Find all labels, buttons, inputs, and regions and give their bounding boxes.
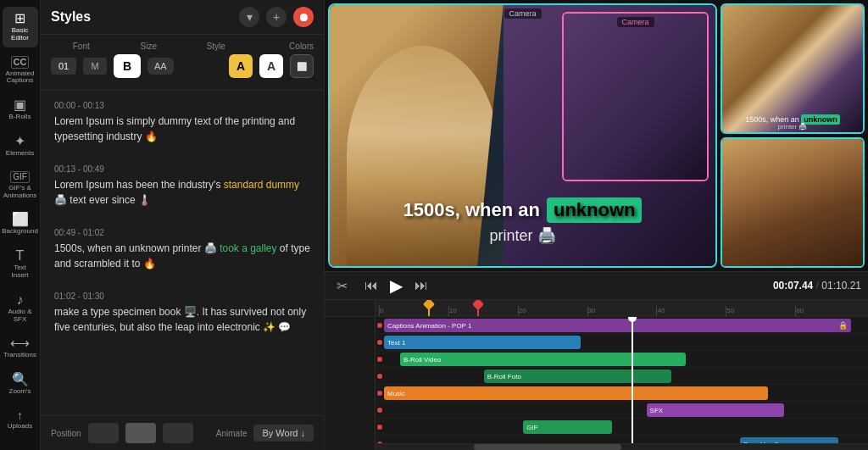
tracks-canvas: Captions Animation - POP 1 🔒 Text 1	[376, 317, 868, 443]
track-label-1: Text 1	[387, 339, 405, 347]
subtitle-area: 1500s, when an unknown printer 🖨️	[330, 197, 715, 245]
caption-highlight-1: standard dummy	[224, 179, 299, 191]
b-rolls-icon: ▣	[14, 98, 26, 112]
caption-time-3: 01:02 - 01:30	[54, 292, 310, 301]
bold-button[interactable]: B	[114, 54, 141, 78]
ruler-mark-20: 20	[518, 306, 587, 316]
sidebar-item-audio-sfx[interactable]: ♪ Audio & SFX	[3, 288, 38, 329]
subtitle-prefix: 1500s, when an	[403, 199, 540, 221]
track-record-dot-2	[377, 357, 382, 362]
video-area: Camera Camera 1500s, when an unknown pri…	[325, 0, 868, 271]
styles-add-btn[interactable]: +	[266, 7, 287, 27]
gifs-icon: GIF	[10, 171, 30, 183]
ruler-mark-30: 30	[587, 306, 657, 316]
main-content: Camera Camera 1500s, when an unknown pri…	[325, 0, 868, 450]
sidebar-item-gifs[interactable]: GIF GIF's & Animations	[3, 166, 38, 205]
color-white-btn[interactable]: A	[259, 54, 283, 78]
sidebar-item-zooms[interactable]: 🔍 Zoom's	[3, 368, 38, 401]
track-clip-2[interactable]: B-Roll Video	[400, 353, 686, 366]
subtitle-main: 1500s, when an unknown	[330, 197, 715, 223]
sidebar-item-text-insert-label: Text Insert	[6, 264, 35, 280]
track-label-2: B-Roll Video	[403, 356, 441, 364]
sidebar-item-b-rolls[interactable]: ▣ B-Rolls	[3, 93, 38, 126]
sidebar-item-uploads-label: Uploads	[8, 423, 32, 431]
timeline-play-btn[interactable]: ▶	[390, 275, 403, 296]
sidebar-item-basic-editor[interactable]: ⊞ Basic Editor	[3, 7, 38, 47]
track-clip-3[interactable]: B-Roll Foto	[484, 369, 671, 383]
track-row-0: Captions Animation - POP 1 🔒	[376, 317, 868, 334]
audio-sfx-icon: ♪	[17, 293, 24, 307]
time-current: 00:07.44	[773, 280, 813, 292]
pos-btn-mid[interactable]	[125, 423, 156, 443]
sidebar-item-transitions[interactable]: ⟷ Transitions	[3, 331, 38, 364]
pink-box-bg	[564, 14, 707, 180]
subtitle-highlight: unknown	[547, 197, 643, 223]
track-record-dot-5	[377, 408, 382, 413]
caption-text-3: make a type specimen book 🖥️. It has sur…	[54, 304, 310, 335]
track-clip-5[interactable]: SFX	[647, 403, 785, 417]
ruler-mark-0: 0	[379, 306, 448, 316]
styles-dropdown-btn[interactable]: ▾	[239, 7, 259, 27]
track-clip-7[interactable]: Socc Handle	[740, 437, 838, 443]
track-record-dot-7	[377, 442, 382, 444]
background-icon: ⬜	[12, 213, 29, 226]
timeline-ruler: 0 10 20 30 40 50 60	[376, 300, 868, 317]
sidebar-item-uploads[interactable]: ↑ Uploads	[3, 404, 38, 436]
track-clip-4[interactable]: Music	[384, 386, 768, 400]
left-sidebar: ⊞ Basic Editor CC Animated Captions ▣ B-…	[0, 0, 41, 450]
pos-btn-top[interactable]	[88, 423, 119, 443]
caption-highlight-2: took a galley	[220, 242, 276, 254]
timeline-cut-btn[interactable]: ✂	[331, 276, 353, 296]
caption-text-2-prefix: 1500s, when an unknown printer 🖨️	[54, 242, 220, 254]
side-caption-bottom: printer 🖨️	[726, 123, 860, 131]
track-label-6: GIF	[526, 424, 537, 431]
time-display: 00:07.44 / 01:10.21	[773, 280, 861, 292]
sidebar-item-zooms-label: Zoom's	[9, 388, 31, 396]
captions-list: 00:00 - 00:13 Lorem Ipsum is simply dumm…	[41, 91, 324, 415]
caption-text-1-mid: 🖨️ text ever since 🌡️	[54, 194, 151, 206]
styles-record-btn[interactable]: ⏺	[293, 7, 314, 27]
sidebar-item-elements-label: Elements	[6, 150, 34, 158]
sidebar-item-background[interactable]: ⬜ Background	[3, 208, 38, 241]
color-stroke-btn[interactable]: ⬜	[290, 54, 314, 78]
time-total: 01:10.21	[821, 280, 861, 292]
caption-block-0[interactable]: 00:00 - 00:13 Lorem Ipsum is simply dumm…	[51, 97, 314, 147]
caption-block-3[interactable]: 01:02 - 01:30 make a type specimen book …	[51, 288, 314, 338]
pink-camera-box: Camera	[562, 12, 709, 181]
sidebar-item-text-insert[interactable]: T Text Insert	[3, 244, 38, 285]
caption-block-2[interactable]: 00:49 - 01:02 1500s, when an unknown pri…	[51, 225, 314, 275]
position-label: Position	[51, 429, 81, 438]
aa-button[interactable]: AA	[147, 58, 174, 75]
track-label-0: Captions Animation - POP 1	[387, 322, 471, 330]
pos-btn-bot[interactable]	[163, 423, 193, 443]
caption-text-1: Lorem Ipsum has been the industry's stan…	[54, 177, 310, 208]
animated-captions-icon: CC	[11, 56, 30, 69]
style-controls: Font Size Style Colors B AA A A ⬜	[41, 35, 324, 91]
timeline-area: ✂ ⏮ ▶ ⏭ 00:07.44 / 01:10.21	[325, 271, 868, 450]
side-preview-bottom[interactable]	[721, 137, 865, 268]
side-preview-top[interactable]: 1500s, when an unknown printer 🖨️	[721, 3, 865, 134]
sidebar-item-animated-captions[interactable]: CC Animated Captions	[3, 51, 38, 91]
timeline-scrollbar-thumb[interactable]	[474, 444, 621, 450]
track-clip-0[interactable]: Captions Animation - POP 1 🔒	[384, 319, 851, 332]
timeline-scrollbar[interactable]	[376, 443, 868, 450]
track-record-dot-6	[377, 425, 382, 430]
color-yellow-icon: A	[236, 59, 245, 73]
timeline-rewind-btn[interactable]: ⏮	[359, 276, 383, 295]
track-clip-6[interactable]: GIF	[523, 420, 612, 434]
track-row-2: B-Roll Video	[376, 351, 868, 368]
track-row-4: Music	[376, 385, 868, 402]
zooms-icon: 🔍	[12, 373, 29, 386]
font-num-input[interactable]	[51, 58, 76, 75]
track-record-dot-0	[377, 323, 382, 328]
track-clip-1[interactable]: Text 1	[384, 336, 581, 349]
sidebar-item-elements[interactable]: ✦ Elements	[3, 130, 38, 163]
size-input[interactable]	[83, 58, 107, 75]
main-video-preview[interactable]: Camera Camera 1500s, when an unknown pri…	[328, 3, 717, 268]
caption-block-1[interactable]: 00:13 - 00:49 Lorem Ipsum has been the i…	[51, 161, 314, 211]
ruler-mark-10: 10	[448, 306, 518, 316]
elements-icon: ✦	[14, 135, 25, 148]
word-btn[interactable]: By Word ↓	[253, 425, 314, 442]
color-yellow-btn[interactable]: A	[229, 54, 253, 78]
timeline-forward-btn[interactable]: ⏭	[409, 276, 433, 295]
